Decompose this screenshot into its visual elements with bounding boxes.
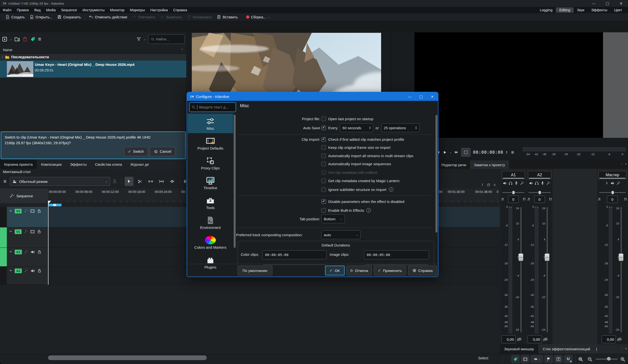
play-dropdown-icon[interactable]: ⌄ — [450, 151, 452, 154]
window-close-icon[interactable]: ✕ — [614, 0, 628, 7]
expander-icon[interactable]: › — [2, 55, 3, 59]
dialog-titlebar[interactable]: Configure - Kdenlive — ▢ ✕ — [187, 92, 438, 101]
nav-timeline[interactable]: Timeline — [188, 173, 233, 193]
razor-tool-button[interactable] — [136, 177, 144, 186]
solo-headphones-icon[interactable] — [508, 181, 513, 185]
tab-undo-history[interactable]: Журнал де — [126, 160, 153, 169]
paste-button[interactable]: Вставить — [214, 14, 240, 20]
spacer-tool-button[interactable] — [146, 177, 155, 186]
nav-colors-markers[interactable]: Colors and Markers — [188, 232, 233, 252]
channel-name[interactable]: Мастер — [598, 171, 627, 179]
tab-audio-mixer[interactable]: Звуковой микшер — [500, 344, 538, 354]
cut-button[interactable]: Вырезать — [158, 14, 185, 20]
track-a2-header[interactable]: A2 — [7, 267, 48, 285]
tag-icon[interactable] — [30, 36, 36, 42]
mute-icon[interactable] — [529, 181, 533, 185]
effects-wand-icon[interactable] — [546, 181, 550, 185]
video-track-icon[interactable] — [30, 229, 35, 234]
bin-clip-row[interactable]: Umar Keyn - Heart (Original Mix) _ Deep … — [0, 61, 186, 77]
compositing-select[interactable]: auto ⌄ — [321, 230, 361, 239]
zoom-out-icon[interactable] — [587, 357, 593, 362]
titles-button[interactable] — [554, 355, 563, 363]
play-icon[interactable] — [443, 150, 447, 154]
nav-environment[interactable]: Environment — [188, 213, 233, 232]
save-button[interactable]: Сохранить — [55, 14, 83, 20]
ok-button[interactable]: ✓OK — [325, 266, 345, 275]
keep-size-checkbox[interactable] — [321, 145, 326, 150]
menu-sequence[interactable]: Sequence — [58, 7, 79, 12]
audio-track-icon[interactable] — [30, 269, 35, 273]
ignore-subfolder-checkbox[interactable] — [321, 187, 326, 192]
solo-headphones-icon[interactable] — [535, 181, 539, 185]
track-v2-header[interactable]: V2 — [7, 207, 48, 227]
scroll-right-icon[interactable]: › — [625, 346, 627, 350]
track-a1-header[interactable]: A1 — [7, 248, 48, 266]
defaults-button[interactable]: По умолчанию — [237, 266, 272, 275]
bin-menu-icon[interactable]: ≡ — [38, 36, 41, 42]
track-a1-target-strip[interactable] — [0, 248, 7, 266]
workspace-editing[interactable]: Editing — [556, 7, 573, 13]
delete-icon[interactable] — [22, 36, 28, 42]
lock-icon[interactable] — [37, 269, 42, 273]
ripple-tool-button[interactable] — [168, 177, 177, 186]
fast-forward-icon[interactable] — [454, 150, 459, 154]
track-v2-target-strip[interactable] — [0, 207, 7, 227]
new-button[interactable]: Создать — [3, 14, 27, 20]
effects-wand-icon[interactable] — [520, 181, 524, 185]
open-button[interactable]: Открыть... — [27, 14, 55, 20]
dialog-maximize-icon[interactable]: ▢ — [415, 92, 427, 101]
volume-fader-handle[interactable] — [519, 254, 523, 261]
nav-project-defaults[interactable]: Project Defaults — [188, 133, 233, 153]
image-clips-input[interactable]: 00:00:05:00 — [364, 250, 429, 259]
track-label[interactable]: V1 — [15, 229, 21, 234]
menu-edit[interactable]: Правка — [14, 7, 32, 12]
zoom-in-icon[interactable] — [620, 357, 626, 362]
track-a2-target-strip[interactable] — [0, 267, 7, 285]
dialog-minimize-icon[interactable]: — — [404, 92, 415, 101]
menu-file[interactable]: Файл — [0, 7, 14, 12]
open-last-checkbox[interactable] — [321, 117, 326, 121]
snap-toggle-button[interactable] — [564, 355, 573, 363]
effects-wand-icon[interactable] — [24, 269, 28, 273]
gain-value-input[interactable]: 0,00 — [528, 335, 542, 343]
check-profile-checkbox[interactable] — [321, 137, 326, 142]
workspace-color[interactable]: Цвет — [611, 7, 626, 13]
tab-clip-properties[interactable]: Свойства клипа — [91, 160, 126, 169]
workspace-audio[interactable]: Звук — [574, 7, 588, 13]
zone-mode-button[interactable] — [461, 148, 471, 157]
lock-icon[interactable] — [37, 250, 42, 254]
spinner-arrows-icon[interactable]: ▲▼ — [369, 126, 371, 130]
menu-media[interactable]: Media — [43, 7, 59, 12]
redo-button[interactable]: Повторить — [130, 14, 158, 20]
audio-track-icon[interactable] — [30, 250, 35, 254]
lock-icon[interactable] — [37, 209, 41, 213]
autosave-checkbox[interactable] — [321, 126, 326, 130]
tab-effects[interactable]: Эффекты — [66, 160, 91, 169]
tab-speech-editor[interactable]: Редактор речи — [437, 160, 470, 169]
playhead-line[interactable] — [48, 204, 49, 285]
audio-mix-button[interactable]: ⌄ — [531, 355, 543, 363]
thumbnails-toggle-button[interactable] — [521, 355, 530, 363]
menu-view[interactable]: Вид — [32, 7, 43, 12]
add-clip-dropdown-icon[interactable]: ⌄ — [10, 38, 12, 41]
balance-value[interactable]: 0 — [508, 196, 519, 203]
monitor-menu-icon[interactable]: ≡ — [511, 149, 514, 155]
menu-markers[interactable]: Маркеры — [127, 7, 148, 12]
effects-wand-icon[interactable] — [24, 250, 28, 254]
menu-help[interactable]: Справка — [170, 7, 190, 12]
effects-wand-icon[interactable] — [24, 209, 28, 213]
edit-mode-select[interactable]: Обычный режим ⌄ — [10, 177, 110, 186]
timecode-spinner[interactable]: ▲▼ — [506, 150, 508, 154]
audio-mix-toggle-icon[interactable] — [112, 179, 118, 184]
volume-fader-handle[interactable] — [619, 254, 623, 261]
balance-slider[interactable] — [599, 191, 626, 194]
info-icon[interactable]: i — [366, 208, 371, 213]
tag-toggle-button[interactable] — [511, 355, 520, 363]
window-maximize-icon[interactable]: ▢ — [601, 0, 614, 7]
tab-compositions[interactable]: Композиции — [37, 160, 66, 169]
multi-stream-checkbox[interactable] — [321, 153, 326, 158]
settings-search-input[interactable]: Введите текст д... — [189, 102, 236, 112]
window-titlebar[interactable]: Untitled */ HD 1080p 25 fps - Kdenlive —… — [0, 0, 628, 7]
tab-effect-stack[interactable]: Стек эффектов/композиций — [538, 344, 594, 354]
balance-slider[interactable] — [529, 191, 550, 194]
